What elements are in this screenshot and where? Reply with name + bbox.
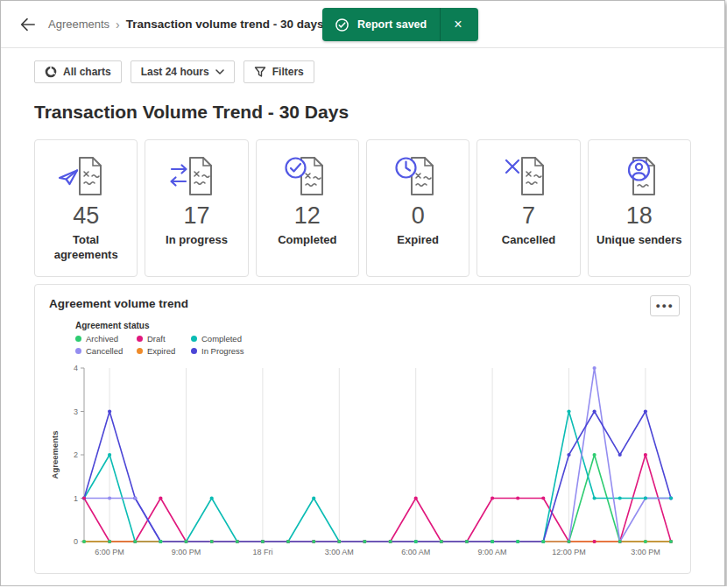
- report-page: Agreements › Transaction volume trend - …: [0, 0, 725, 586]
- legend-label: Cancelled: [86, 346, 123, 356]
- legend-label: Expired: [147, 346, 175, 356]
- legend-item-expired[interactable]: Expired: [137, 346, 175, 356]
- svg-text:3:00 AM: 3:00 AM: [325, 548, 354, 556]
- svg-text:9:00 AM: 9:00 AM: [478, 548, 507, 556]
- stat-label: In progress: [166, 233, 228, 248]
- filters-toolbar: All charts Last 24 hours Filters: [1, 48, 724, 83]
- legend-item-completed[interactable]: Completed: [191, 334, 242, 344]
- breadcrumb-current: Transaction volume trend - 30 days: [126, 18, 324, 31]
- page-title: Transaction Volume Trend - 30 Days: [34, 102, 691, 123]
- stat-card-in-progress: 17 In progress: [145, 139, 248, 277]
- legend-title: Agreement status: [75, 321, 676, 330]
- filters-label: Filters: [272, 66, 304, 78]
- toast-close-button[interactable]: ×: [450, 16, 465, 33]
- legend-item-in-progress[interactable]: In Progress: [191, 346, 244, 356]
- stat-card-expired: 0 Expired: [366, 139, 469, 277]
- chart-menu-button[interactable]: ●●●: [650, 295, 680, 316]
- stat-value: 45: [73, 203, 99, 230]
- legend-item-draft[interactable]: Draft: [137, 334, 166, 344]
- legend-label: Completed: [201, 334, 242, 344]
- legend-dot-icon: [75, 348, 81, 354]
- time-range-label: Last 24 hours: [141, 66, 209, 78]
- stat-label: Unique senders: [596, 233, 682, 248]
- svg-text:4: 4: [74, 364, 78, 372]
- filter-funnel-icon: [254, 66, 266, 78]
- svg-text:1: 1: [74, 494, 78, 503]
- toast-message: Report saved: [357, 18, 427, 31]
- expired-clock-icon: [390, 154, 446, 198]
- breadcrumb: Agreements › Transaction volume trend - …: [48, 18, 324, 32]
- svg-text:3: 3: [74, 407, 78, 416]
- volume-trend-chart[interactable]: 6:00 PM9:00 PM18 Fri3:00 AM6:00 AM9:00 A…: [49, 361, 678, 563]
- donut-chart-icon: [45, 66, 57, 78]
- legend-dot-icon: [191, 336, 197, 342]
- stat-label: Completed: [278, 233, 336, 248]
- cancelled-x-icon: [500, 154, 556, 198]
- success-check-icon: [335, 18, 349, 32]
- legend-label: In Progress: [201, 346, 244, 356]
- stat-value: 12: [294, 203, 321, 230]
- filters-button[interactable]: Filters: [244, 60, 314, 83]
- chart-legend: Agreement status ArchivedDraftCompletedC…: [75, 321, 676, 356]
- legend-item-cancelled[interactable]: Cancelled: [75, 346, 123, 356]
- back-button[interactable]: [15, 12, 39, 37]
- completed-check-icon: [279, 154, 335, 198]
- legend-dot-icon: [75, 336, 81, 342]
- stat-label: Cancelled: [502, 233, 555, 248]
- legend-label: Archived: [86, 334, 118, 344]
- stat-value: 18: [626, 203, 653, 230]
- chevron-down-icon: [215, 69, 224, 74]
- agreement-volume-trend-card: Agreement volume trend ●●● Agreement sta…: [34, 284, 691, 574]
- svg-text:0: 0: [74, 537, 78, 546]
- stat-value: 0: [412, 203, 425, 230]
- stat-card-unique-senders: 18 Unique senders: [588, 139, 691, 277]
- svg-text:9:00 PM: 9:00 PM: [172, 548, 201, 556]
- stat-cards-row: 45 Total agreements 17 In progress 12 Co…: [34, 139, 691, 277]
- svg-text:Agreements: Agreements: [50, 431, 60, 479]
- chart-title: Agreement volume trend: [49, 297, 676, 310]
- toast-divider: [440, 8, 441, 41]
- chart-legend-items: ArchivedDraftCompletedCancelledExpiredIn…: [75, 334, 676, 356]
- legend-dot-icon: [137, 336, 143, 342]
- legend-dot-icon: [191, 348, 197, 354]
- stat-value: 17: [183, 203, 209, 230]
- unique-senders-person-icon: [611, 154, 667, 198]
- stat-label: Expired: [397, 233, 439, 248]
- total-agreements-send-icon: [58, 154, 114, 198]
- svg-text:6:00 PM: 6:00 PM: [95, 548, 124, 556]
- all-charts-button[interactable]: All charts: [34, 60, 122, 83]
- legend-dot-icon: [137, 348, 143, 354]
- svg-text:3:00 PM: 3:00 PM: [631, 548, 660, 556]
- stat-value: 7: [522, 203, 535, 230]
- stat-card-total-agreements: 45 Total agreements: [34, 139, 138, 277]
- in-progress-arrows-icon: [168, 154, 224, 198]
- time-range-dropdown[interactable]: Last 24 hours: [131, 60, 235, 83]
- stat-card-completed: 12 Completed: [256, 139, 359, 277]
- report-saved-toast: Report saved ×: [322, 8, 478, 41]
- breadcrumb-separator-icon: ›: [116, 18, 120, 32]
- legend-item-archived[interactable]: Archived: [75, 334, 118, 344]
- topbar: Agreements › Transaction volume trend - …: [1, 1, 724, 48]
- svg-text:18 Fri: 18 Fri: [252, 548, 272, 556]
- breadcrumb-agreements[interactable]: Agreements: [48, 18, 109, 31]
- svg-text:6:00 AM: 6:00 AM: [401, 548, 430, 556]
- stat-card-cancelled: 7 Cancelled: [476, 139, 580, 277]
- svg-text:12:00 PM: 12:00 PM: [552, 548, 586, 556]
- stat-label: Total agreements: [40, 233, 131, 263]
- arrow-left-icon: [18, 16, 36, 33]
- svg-text:2: 2: [74, 450, 78, 459]
- all-charts-label: All charts: [63, 66, 111, 78]
- legend-label: Draft: [147, 334, 166, 344]
